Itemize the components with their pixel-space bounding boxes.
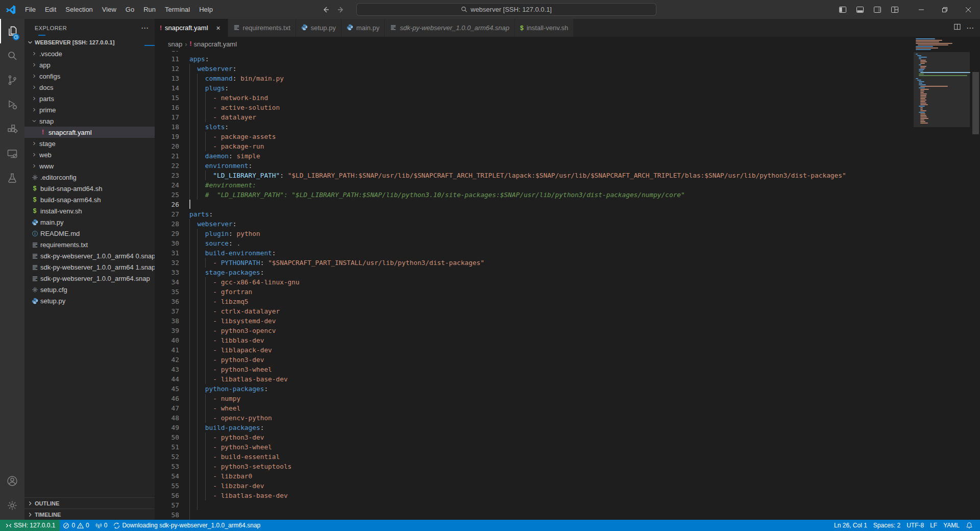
explorer-more-actions-icon[interactable]: ⋯ [141, 23, 149, 33]
code-line-50[interactable]: 50 - python3-dev [155, 432, 980, 442]
tab-sdk-py-webserver-1.0.0-arm64.snap[interactable]: sdk-py-webserver_1.0.0_arm64.snap [385, 19, 515, 37]
code-editor[interactable]: 1011apps:12 webserver:13 command: bin/ma… [155, 51, 980, 520]
tree-item-parts[interactable]: parts [24, 93, 155, 104]
tree-item-setup.cfg[interactable]: setup.cfg [24, 284, 155, 295]
line-number[interactable]: 14 [155, 83, 179, 93]
menu-selection[interactable]: Selection [61, 0, 97, 19]
line-number[interactable]: 18 [155, 122, 179, 132]
status-language-mode[interactable]: YAML [940, 520, 963, 531]
code-line-54[interactable]: 54 - libzbar0 [155, 471, 980, 481]
code-line-48[interactable]: 48 - opencv-python [155, 413, 980, 423]
line-number[interactable]: 21 [155, 151, 179, 161]
code-line-27[interactable]: 27parts: [155, 209, 980, 219]
tree-item-www[interactable]: www [24, 160, 155, 172]
line-number[interactable]: 25 [155, 190, 179, 200]
code-line-13[interactable]: 13 command: bin/main.py [155, 74, 980, 83]
code-line-23[interactable]: 23 "LD_LIBRARY_PATH": "$LD_LIBRARY_PATH:… [155, 171, 980, 180]
line-number[interactable]: 11 [155, 54, 179, 64]
notifications-bell[interactable] [963, 520, 976, 531]
tab-install-venv.sh[interactable]: $install-venv.sh [515, 19, 574, 37]
line-number[interactable]: 44 [155, 374, 179, 384]
editor-more-actions-icon[interactable]: ⋯ [966, 23, 974, 33]
menu-edit[interactable]: Edit [40, 0, 61, 19]
code-line-34[interactable]: 34 - gcc-x86-64-linux-gnu [155, 277, 980, 287]
tree-item-setup.py[interactable]: setup.py [24, 295, 155, 306]
breadcrumb-item-folder[interactable]: snap [168, 40, 182, 48]
tab-setup.py[interactable]: setup.py [296, 19, 341, 37]
toggle-secondary-sidebar-button[interactable] [870, 3, 885, 16]
code-line-53[interactable]: 53 - python3-setuptools [155, 462, 980, 471]
line-number[interactable]: 15 [155, 93, 179, 103]
line-number[interactable]: 52 [155, 452, 179, 462]
code-line-41[interactable]: 41 - liblapack-dev [155, 345, 980, 355]
line-number[interactable]: 38 [155, 316, 179, 326]
code-line-14[interactable]: 14 plugs: [155, 83, 980, 93]
code-line-42[interactable]: 42 - python3-dev [155, 355, 980, 365]
tab-snapcraft.yaml[interactable]: !snapcraft.yaml× [155, 19, 228, 37]
code-line-33[interactable]: 33 stage-packages: [155, 268, 980, 277]
breadcrumb-item-file[interactable]: !snapcraft.yaml [190, 40, 237, 48]
line-number[interactable]: 35 [155, 287, 179, 297]
tree-item-readme.md[interactable]: README.md [24, 228, 155, 239]
tree-item-prime[interactable]: prime [24, 104, 155, 115]
tree-item-.vscode[interactable]: .vscode [24, 48, 155, 59]
line-number[interactable]: 47 [155, 403, 179, 413]
minimize-button[interactable] [910, 0, 933, 19]
line-number[interactable]: 20 [155, 141, 179, 151]
activity-run-debug-button[interactable] [0, 92, 24, 117]
tree-item-sdk-py-webserver-1.0.0-arm64.snap[interactable]: sdk-py-webserver_1.0.0_arm64.snap [24, 273, 155, 284]
tree-item-sdk-py-webserver-1.0.0-arm64-1.snap[interactable]: sdk-py-webserver_1.0.0_arm64 1.snap [24, 261, 155, 273]
tree-item-install-venv.sh[interactable]: $install-venv.sh [24, 205, 155, 216]
line-number[interactable]: 22 [155, 161, 179, 171]
line-number[interactable]: 32 [155, 258, 179, 268]
tree-item-snap[interactable]: snap [24, 115, 155, 127]
activity-source-control-button[interactable] [0, 68, 24, 92]
code-line-20[interactable]: 20 - package-run [155, 141, 980, 151]
navigate-back-icon[interactable] [322, 6, 330, 14]
ports-indicator[interactable]: 0 [92, 520, 111, 531]
tree-item-build-snap-arm64.sh[interactable]: $build-snap-arm64.sh [24, 194, 155, 205]
code-line-21[interactable]: 21 daemon: simple [155, 151, 980, 161]
activity-settings-button[interactable] [0, 493, 24, 518]
activity-search-button[interactable] [0, 43, 24, 68]
tree-item-requirements.txt[interactable]: requirements.txt [24, 239, 155, 250]
line-number[interactable]: 30 [155, 238, 179, 248]
status-encoding[interactable]: UTF-8 [903, 520, 927, 531]
tree-item-web[interactable]: web [24, 149, 155, 160]
code-line-55[interactable]: 55 - libzbar-dev [155, 481, 980, 491]
code-line-25[interactable]: 25 # "LD_LIBRARY_PATH": "$LD_LIBRARY_PAT… [155, 190, 980, 200]
tree-item-stage[interactable]: stage [24, 138, 155, 149]
code-line-40[interactable]: 40 - libblas-dev [155, 335, 980, 345]
toggle-panel-button[interactable] [852, 3, 868, 16]
status-indentation[interactable]: Spaces: 2 [870, 520, 903, 531]
line-number[interactable]: 54 [155, 471, 179, 481]
tree-item-main.py[interactable]: main.py [24, 216, 155, 228]
line-number[interactable]: 27 [155, 209, 179, 219]
line-number[interactable]: 57 [155, 500, 179, 510]
line-number[interactable]: 51 [155, 442, 179, 452]
line-number[interactable]: 34 [155, 277, 179, 287]
code-line-30[interactable]: 30 source: . [155, 238, 980, 248]
line-number[interactable]: 19 [155, 132, 179, 141]
code-line-18[interactable]: 18 slots: [155, 122, 980, 132]
code-line-36[interactable]: 36 - libzmq5 [155, 297, 980, 306]
menu-terminal[interactable]: Terminal [160, 0, 194, 19]
line-number[interactable]: 36 [155, 297, 179, 306]
timeline-section[interactable]: TIMELINE [24, 509, 155, 520]
tree-item-configs[interactable]: configs [24, 70, 155, 82]
line-number[interactable]: 23 [155, 171, 179, 180]
tree-item-snapcraft.yaml[interactable]: !snapcraft.yaml [24, 127, 155, 138]
code-line-45[interactable]: 45 python-packages: [155, 384, 980, 394]
code-line-44[interactable]: 44 - libatlas-base-dev [155, 374, 980, 384]
workspace-section-header[interactable]: WEBSERVER [SSH: 127.0.0.1] [24, 37, 155, 48]
line-number[interactable]: 33 [155, 268, 179, 277]
code-line-11[interactable]: 11apps: [155, 54, 980, 64]
status-cursor-position[interactable]: Ln 26, Col 1 [831, 520, 870, 531]
line-number[interactable]: 37 [155, 306, 179, 316]
line-number[interactable]: 29 [155, 229, 179, 238]
line-number[interactable]: 46 [155, 394, 179, 403]
code-line-12[interactable]: 12 webserver: [155, 64, 980, 74]
code-line-26[interactable]: 26 [155, 200, 980, 209]
activity-extensions-button[interactable] [0, 117, 24, 141]
line-number[interactable]: 12 [155, 64, 179, 74]
